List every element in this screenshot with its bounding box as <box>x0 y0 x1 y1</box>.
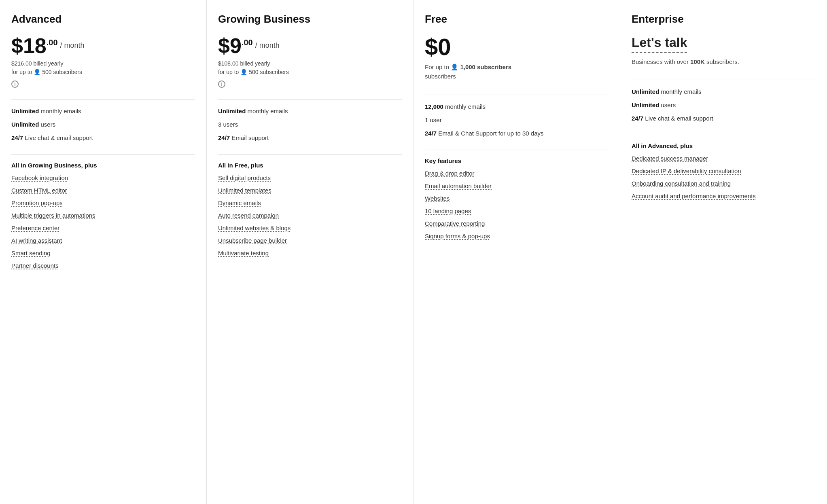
divider-2 <box>425 150 609 150</box>
price-block-advanced: $18.00/ month$216.00 billed yearlyfor up… <box>11 35 195 88</box>
feature-link-5[interactable]: Unsubscribe page builder <box>218 237 402 244</box>
divider-1 <box>218 99 402 100</box>
base-feature-2: 24/7 Email support <box>218 133 402 142</box>
pricing-grid: Advanced$18.00/ month$216.00 billed year… <box>0 0 827 504</box>
price-cents: .00 <box>242 38 253 47</box>
section-title-enterprise: All in Advanced, plus <box>632 142 816 149</box>
divider-1 <box>425 95 609 95</box>
feature-link-0[interactable]: Dedicated success manager <box>632 155 816 162</box>
price-billed: $216.00 billed yearlyfor up to 👤 500 sub… <box>11 59 195 76</box>
feature-link-0[interactable]: Facebook integration <box>11 174 195 181</box>
feature-link-0[interactable]: Sell digital products <box>218 174 402 181</box>
feature-link-3[interactable]: 10 landing pages <box>425 208 609 214</box>
section-title-free: Key features <box>425 157 609 164</box>
price-main-advanced: $18.00/ month <box>11 35 195 56</box>
feature-link-7[interactable]: Partner discounts <box>11 262 195 269</box>
base-feature-2: 24/7 Email & Chat Support for up to 30 d… <box>425 129 609 138</box>
feature-link-3[interactable]: Account audit and performance improvemen… <box>632 193 816 199</box>
feature-link-2[interactable]: Onboarding consultation and training <box>632 180 816 187</box>
plan-name-growing-business: Growing Business <box>218 13 402 25</box>
base-feature-1: Unlimited users <box>11 120 195 129</box>
feature-link-4[interactable]: Comparative reporting <box>425 220 609 227</box>
feature-link-2[interactable]: Websites <box>425 195 609 202</box>
feature-link-1[interactable]: Unlimited templates <box>218 187 402 194</box>
base-feature-2: 24/7 Live chat & email support <box>11 133 195 142</box>
plan-name-free: Free <box>425 13 609 25</box>
price-cents: .00 <box>47 38 58 47</box>
section-title-growing-business: All in Free, plus <box>218 162 402 169</box>
plan-name-enterprise: Enterprise <box>632 13 816 25</box>
feature-link-6[interactable]: Multivariate testing <box>218 250 402 256</box>
base-feature-0: Unlimited monthly emails <box>218 107 402 115</box>
price-period: / month <box>255 42 280 49</box>
plan-col-growing-business: Growing Business$9.00/ month$108.00 bill… <box>207 0 414 504</box>
price-block-free: $0For up to 👤 1,000 subscriberssubscribe… <box>425 35 609 83</box>
base-feature-1: 1 user <box>425 116 609 124</box>
section-title-advanced: All in Growing Business, plus <box>11 162 195 169</box>
plan-col-free: Free$0For up to 👤 1,000 subscriberssubsc… <box>414 0 620 504</box>
feature-link-1[interactable]: Custom HTML editor <box>11 187 195 194</box>
plan-col-advanced: Advanced$18.00/ month$216.00 billed year… <box>0 0 207 504</box>
price-dollar: $18 <box>11 35 47 56</box>
free-subscribers-desc: For up to 👤 1,000 subscriberssubscribers <box>425 63 609 81</box>
feature-link-5[interactable]: AI writing assistant <box>11 237 195 244</box>
plan-name-advanced: Advanced <box>11 13 195 25</box>
feature-link-4[interactable]: Unlimited websites & blogs <box>218 224 402 231</box>
base-feature-0: Unlimited monthly emails <box>11 107 195 115</box>
enterprise-desc: Businesses with over 100K subscribers. <box>632 57 816 67</box>
price-block-enterprise: Let's talkBusinesses with over 100K subs… <box>632 35 816 68</box>
feature-link-0[interactable]: Drag & drop editor <box>425 170 609 177</box>
divider-2 <box>11 154 195 155</box>
price-block-growing-business: $9.00/ month$108.00 billed yearlyfor up … <box>218 35 402 88</box>
base-feature-1: Unlimited users <box>632 101 816 109</box>
divider-2 <box>218 154 402 155</box>
divider-2 <box>632 135 816 135</box>
price-dollar: $9 <box>218 35 242 56</box>
base-feature-1: 3 users <box>218 120 402 129</box>
feature-link-3[interactable]: Auto resend campaign <box>218 212 402 219</box>
base-feature-0: Unlimited monthly emails <box>632 87 816 96</box>
base-feature-0: 12,000 monthly emails <box>425 102 609 111</box>
free-price: $0 <box>425 35 609 59</box>
base-feature-2: 24/7 Live chat & email support <box>632 114 816 123</box>
feature-link-1[interactable]: Email automation builder <box>425 182 609 189</box>
feature-link-6[interactable]: Smart sending <box>11 250 195 256</box>
feature-link-5[interactable]: Signup forms & pop-ups <box>425 233 609 239</box>
divider-1 <box>632 80 816 80</box>
info-icon[interactable]: i <box>218 80 225 88</box>
price-billed: $108.00 billed yearlyfor up to 👤 500 sub… <box>218 59 402 76</box>
price-period: / month <box>60 42 85 49</box>
feature-link-2[interactable]: Promotion pop-ups <box>11 199 195 206</box>
feature-link-2[interactable]: Dynamic emails <box>218 199 402 206</box>
lets-talk-heading: Let's talk <box>632 35 687 53</box>
feature-link-4[interactable]: Preference center <box>11 224 195 231</box>
plan-col-enterprise: EnterpriseLet's talkBusinesses with over… <box>620 0 827 504</box>
feature-link-1[interactable]: Dedicated IP & deliverability consultati… <box>632 167 816 174</box>
price-main-growing-business: $9.00/ month <box>218 35 402 56</box>
feature-link-3[interactable]: Multiple triggers in automations <box>11 212 195 219</box>
divider-1 <box>11 99 195 100</box>
info-icon[interactable]: i <box>11 80 19 88</box>
